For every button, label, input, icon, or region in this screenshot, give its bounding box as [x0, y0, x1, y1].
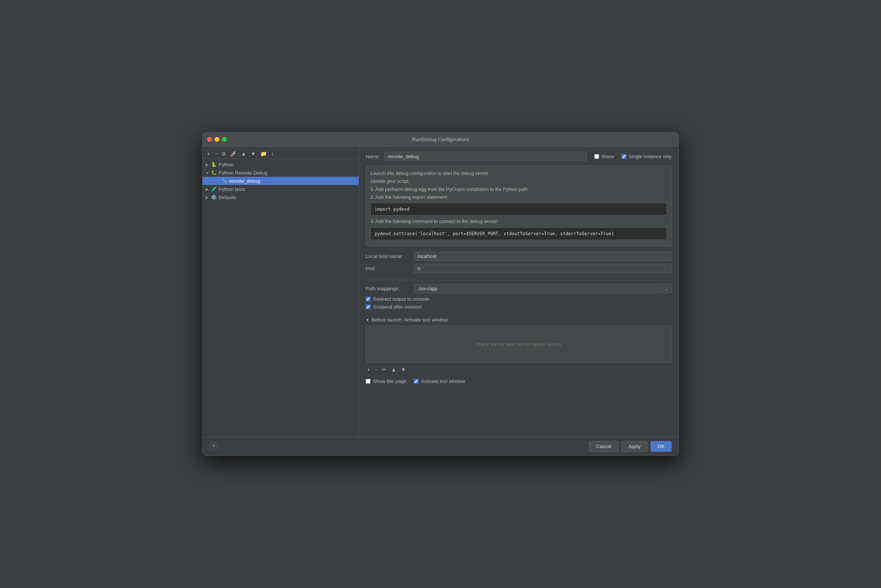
folder-button[interactable]: 📁	[259, 150, 268, 157]
desc-step2: 2. Add the following import statement:	[370, 194, 667, 201]
redirect-output-checkbox[interactable]	[366, 297, 370, 302]
maximize-button[interactable]	[222, 137, 227, 142]
window-title: Run/Debug Configurations	[412, 136, 469, 142]
desc-step3: 3. Add the following command to connect …	[370, 218, 667, 225]
sidebar-item-defaults[interactable]: ▶ ⚙️ Defaults	[203, 193, 359, 201]
launch-area: There are no tasks to run before launch	[366, 326, 672, 363]
python-icon: 🐍	[211, 162, 217, 168]
name-input[interactable]	[384, 152, 586, 161]
sidebar-item-label-tests: Python tests	[219, 186, 245, 192]
activate-tool-window-checkbox[interactable]	[414, 379, 418, 384]
show-page-checkbox[interactable]	[366, 379, 370, 384]
name-label: Name:	[366, 154, 380, 159]
no-tasks-text: There are no tasks to run before launch	[476, 342, 561, 347]
before-launch-header[interactable]: ▼ Before launch: Activate tool window	[366, 317, 672, 322]
port-label: Port:	[366, 266, 414, 271]
sidebar-item-label-remote: Python Remote Debug	[219, 170, 268, 176]
single-instance-checkbox[interactable]	[621, 154, 626, 159]
path-mappings-row: Path mappings: ...	[366, 284, 672, 293]
redirect-output-row: Redirect output to console	[366, 296, 672, 302]
bottom-checkboxes: Show this page Activate tool window	[366, 378, 672, 386]
port-input[interactable]	[414, 264, 672, 273]
share-label: Share	[601, 154, 614, 159]
launch-edit-button[interactable]: ✏	[380, 366, 388, 373]
cancel-button[interactable]: Cancel	[589, 441, 618, 452]
config-icon: 🔧	[221, 178, 227, 184]
redirect-output-label: Redirect output to console	[373, 296, 429, 302]
expand-arrow-remote: ▼	[206, 171, 211, 175]
right-panel: Name: Share Single instance only Launch …	[359, 147, 678, 437]
desc-line2: Update your script:	[370, 177, 667, 185]
port-row: Port:	[366, 264, 672, 273]
sidebar-toolbar: + − ⧉ 🚀 ▲ ▼ 📁 ↕	[203, 149, 359, 159]
action-buttons: Cancel Apply OK	[589, 441, 672, 452]
share-area: Share	[594, 154, 614, 159]
suspend-after-row: Suspend after connect	[366, 304, 672, 310]
activate-tool-window-label: Activate tool window	[421, 378, 465, 384]
launch-up-button[interactable]: ▲	[389, 366, 398, 373]
expand-arrow-tests: ▶	[206, 187, 211, 191]
move-down-button[interactable]: ▼	[249, 150, 257, 157]
local-host-label: Local host name:	[366, 254, 414, 259]
sidebar-item-label-defaults: Defaults	[219, 195, 236, 200]
help-button[interactable]: ?	[209, 442, 218, 451]
expand-arrow-defaults: ▶	[206, 195, 211, 200]
local-host-row: Local host name:	[366, 252, 672, 261]
add-config-button[interactable]: +	[206, 150, 212, 157]
desc-step1: 1. Add pycharm-debug.egg from the PyChar…	[370, 186, 667, 194]
close-button[interactable]	[207, 137, 212, 142]
settrace-code: pydevd.settrace('localhost', port=$SERVE…	[370, 227, 667, 240]
activate-tool-window-row: Activate tool window	[414, 378, 465, 384]
launch-add-button[interactable]: +	[366, 366, 371, 373]
launch-toolbar: + − ✏ ▲ ▼	[366, 366, 672, 373]
path-mappings-label: Path mappings:	[366, 286, 414, 291]
single-instance-area: Single instance only	[621, 154, 672, 159]
show-page-row: Show this page	[366, 378, 406, 384]
suspend-after-checkbox[interactable]	[366, 304, 370, 309]
launch-remove-button[interactable]: −	[373, 366, 379, 373]
path-mappings-input[interactable]	[414, 284, 661, 293]
sidebar-item-python[interactable]: ▶ 🐍 Python	[203, 160, 359, 169]
titlebar: Run/Debug Configurations	[203, 132, 678, 147]
sidebar: + − ⧉ 🚀 ▲ ▼ 📁 ↕ ▶ 🐍 Python ▼ 🐛 Python Re…	[203, 147, 359, 437]
sort-button[interactable]: ↕	[269, 150, 275, 157]
move-up-button[interactable]: ▲	[239, 150, 248, 157]
suspend-after-label: Suspend after connect	[373, 304, 421, 310]
share-checkbox[interactable]	[594, 154, 599, 159]
before-launch-arrow: ▼	[366, 318, 369, 322]
path-mappings-button[interactable]: ...	[661, 284, 672, 293]
sidebar-item-remote-debug[interactable]: ▼ 🐛 Python Remote Debug	[203, 169, 359, 177]
remote-debug-icon: 🐛	[211, 170, 217, 176]
defaults-icon: ⚙️	[211, 194, 217, 200]
import-code: import pydevd	[370, 203, 667, 216]
traffic-lights	[207, 137, 227, 142]
copy-config-button[interactable]: ⧉	[220, 150, 227, 157]
apply-button[interactable]: Apply	[621, 441, 648, 452]
single-instance-label: Single instance only	[628, 154, 672, 159]
show-page-label: Show this page	[373, 378, 406, 384]
sidebar-item-python-tests[interactable]: ▶ 🧪 Python tests	[203, 185, 359, 193]
desc-line1: Launch this debug configuration to start…	[370, 170, 667, 177]
expand-arrow-python: ▶	[206, 163, 211, 167]
name-bar: Name: Share Single instance only	[366, 152, 672, 161]
local-host-input[interactable]	[414, 252, 672, 261]
ok-button[interactable]: OK	[651, 441, 672, 452]
description-box: Launch this debug configuration to start…	[366, 166, 672, 246]
run-debug-configurations-window: Run/Debug Configurations + − ⧉ 🚀 ▲ ▼ 📁 ↕…	[202, 132, 679, 456]
before-launch-label: Before launch: Activate tool window	[371, 317, 448, 322]
launch-down-button[interactable]: ▼	[399, 366, 407, 373]
sidebar-item-label-config: remote_debug	[229, 178, 260, 184]
sidebar-item-label-python: Python	[219, 162, 233, 168]
move-config-button[interactable]: 🚀	[229, 150, 238, 157]
footer: ? Cancel Apply OK	[203, 437, 678, 456]
minimize-button[interactable]	[215, 137, 219, 142]
tests-icon: 🧪	[211, 186, 217, 192]
sidebar-item-remote-debug-config[interactable]: 🔧 remote_debug	[203, 177, 359, 185]
divider-1	[366, 280, 672, 280]
remove-config-button[interactable]: −	[213, 150, 219, 157]
